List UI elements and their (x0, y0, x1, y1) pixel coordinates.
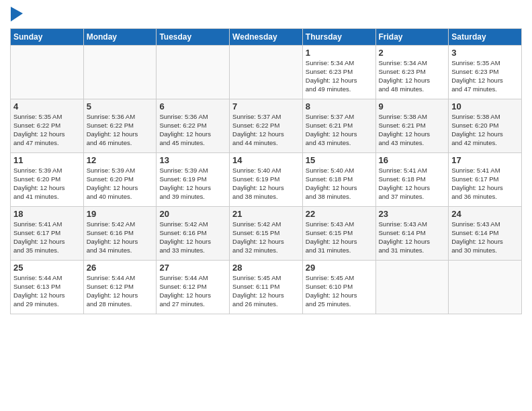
logo-text (10, 7, 23, 24)
calendar-cell: 8Sunrise: 5:37 AM Sunset: 6:21 PM Daylig… (302, 99, 375, 153)
day-number: 19 (87, 209, 154, 219)
day-number: 11 (13, 155, 81, 165)
calendar-cell: 10Sunrise: 5:38 AM Sunset: 6:20 PM Dayli… (449, 99, 522, 153)
day-number: 10 (451, 101, 519, 111)
calendar-cell: 2Sunrise: 5:34 AM Sunset: 6:23 PM Daylig… (375, 46, 449, 99)
calendar-cell: 12Sunrise: 5:39 AM Sunset: 6:20 PM Dayli… (83, 153, 157, 207)
day-info: Sunrise: 5:42 AM Sunset: 6:15 PM Dayligh… (232, 220, 300, 255)
day-info: Sunrise: 5:45 AM Sunset: 6:11 PM Dayligh… (232, 274, 300, 308)
day-info: Sunrise: 5:35 AM Sunset: 6:22 PM Dayligh… (13, 113, 81, 147)
week-row-1: 4Sunrise: 5:35 AM Sunset: 6:22 PM Daylig… (11, 99, 522, 153)
calendar-cell: 20Sunrise: 5:42 AM Sunset: 6:16 PM Dayli… (157, 207, 230, 261)
day-header-thursday: Thursday (302, 29, 375, 46)
day-info: Sunrise: 5:37 AM Sunset: 6:22 PM Dayligh… (232, 113, 300, 147)
calendar-cell: 13Sunrise: 5:39 AM Sunset: 6:19 PM Dayli… (157, 153, 230, 207)
day-info: Sunrise: 5:40 AM Sunset: 6:18 PM Dayligh… (306, 167, 373, 201)
logo-icon (11, 7, 23, 21)
day-info: Sunrise: 5:41 AM Sunset: 6:17 PM Dayligh… (13, 220, 81, 255)
day-info: Sunrise: 5:45 AM Sunset: 6:10 PM Dayligh… (306, 274, 373, 308)
day-number: 26 (87, 263, 154, 273)
calendar-body: 1Sunrise: 5:34 AM Sunset: 6:23 PM Daylig… (11, 46, 522, 314)
week-row-0: 1Sunrise: 5:34 AM Sunset: 6:23 PM Daylig… (11, 46, 522, 99)
day-number: 5 (87, 101, 154, 111)
day-number: 15 (306, 155, 373, 165)
day-info: Sunrise: 5:41 AM Sunset: 6:17 PM Dayligh… (451, 167, 519, 201)
day-number: 6 (159, 101, 226, 111)
week-row-4: 25Sunrise: 5:44 AM Sunset: 6:13 PM Dayli… (11, 261, 522, 314)
day-number: 14 (232, 155, 300, 165)
day-number: 22 (306, 209, 373, 219)
day-info: Sunrise: 5:38 AM Sunset: 6:21 PM Dayligh… (379, 113, 446, 147)
calendar-cell (449, 261, 522, 314)
day-info: Sunrise: 5:34 AM Sunset: 6:23 PM Dayligh… (306, 59, 373, 93)
day-info: Sunrise: 5:44 AM Sunset: 6:13 PM Dayligh… (13, 274, 81, 308)
calendar-cell: 16Sunrise: 5:41 AM Sunset: 6:18 PM Dayli… (375, 153, 449, 207)
day-number: 23 (379, 209, 446, 219)
day-info: Sunrise: 5:36 AM Sunset: 6:22 PM Dayligh… (87, 113, 154, 147)
calendar-cell (11, 46, 84, 99)
calendar-cell: 15Sunrise: 5:40 AM Sunset: 6:18 PM Dayli… (302, 153, 375, 207)
calendar-cell: 9Sunrise: 5:38 AM Sunset: 6:21 PM Daylig… (375, 99, 449, 153)
calendar-cell (375, 261, 449, 314)
day-info: Sunrise: 5:39 AM Sunset: 6:19 PM Dayligh… (159, 167, 226, 201)
calendar-cell: 4Sunrise: 5:35 AM Sunset: 6:22 PM Daylig… (11, 99, 84, 153)
day-number: 9 (379, 101, 446, 111)
day-number: 3 (451, 48, 519, 58)
calendar-cell: 26Sunrise: 5:44 AM Sunset: 6:12 PM Dayli… (83, 261, 157, 314)
calendar-cell: 14Sunrise: 5:40 AM Sunset: 6:19 PM Dayli… (230, 153, 303, 207)
day-info: Sunrise: 5:42 AM Sunset: 6:16 PM Dayligh… (87, 220, 154, 255)
logo (10, 7, 23, 23)
day-number: 20 (159, 209, 226, 219)
calendar-cell: 27Sunrise: 5:44 AM Sunset: 6:12 PM Dayli… (157, 261, 230, 314)
calendar-cell (230, 46, 303, 99)
calendar-table: SundayMondayTuesdayWednesdayThursdayFrid… (10, 28, 522, 314)
day-header-tuesday: Tuesday (157, 29, 230, 46)
day-number: 28 (232, 263, 300, 273)
day-info: Sunrise: 5:42 AM Sunset: 6:16 PM Dayligh… (159, 220, 226, 255)
calendar-cell: 23Sunrise: 5:43 AM Sunset: 6:14 PM Dayli… (375, 207, 449, 261)
day-info: Sunrise: 5:43 AM Sunset: 6:14 PM Dayligh… (451, 220, 519, 255)
calendar-cell: 1Sunrise: 5:34 AM Sunset: 6:23 PM Daylig… (302, 46, 375, 99)
header (10, 7, 522, 23)
day-number: 4 (13, 101, 81, 111)
day-info: Sunrise: 5:38 AM Sunset: 6:20 PM Dayligh… (451, 113, 519, 147)
day-number: 12 (87, 155, 154, 165)
page: SundayMondayTuesdayWednesdayThursdayFrid… (0, 0, 532, 411)
day-header-friday: Friday (375, 29, 449, 46)
day-info: Sunrise: 5:44 AM Sunset: 6:12 PM Dayligh… (159, 274, 226, 308)
day-number: 1 (306, 48, 373, 58)
day-number: 16 (379, 155, 446, 165)
calendar-cell: 19Sunrise: 5:42 AM Sunset: 6:16 PM Dayli… (83, 207, 157, 261)
calendar-cell: 6Sunrise: 5:36 AM Sunset: 6:22 PM Daylig… (157, 99, 230, 153)
day-number: 21 (232, 209, 300, 219)
calendar-cell: 22Sunrise: 5:43 AM Sunset: 6:15 PM Dayli… (302, 207, 375, 261)
day-info: Sunrise: 5:34 AM Sunset: 6:23 PM Dayligh… (379, 59, 446, 93)
calendar-cell (157, 46, 230, 99)
day-info: Sunrise: 5:40 AM Sunset: 6:19 PM Dayligh… (232, 167, 300, 201)
day-number: 18 (13, 209, 81, 219)
day-number: 17 (451, 155, 519, 165)
day-number: 2 (379, 48, 446, 58)
day-header-monday: Monday (83, 29, 157, 46)
day-number: 13 (159, 155, 226, 165)
week-row-3: 18Sunrise: 5:41 AM Sunset: 6:17 PM Dayli… (11, 207, 522, 261)
calendar-cell: 21Sunrise: 5:42 AM Sunset: 6:15 PM Dayli… (230, 207, 303, 261)
day-number: 29 (306, 263, 373, 273)
day-number: 27 (159, 263, 226, 273)
day-number: 7 (232, 101, 300, 111)
day-info: Sunrise: 5:39 AM Sunset: 6:20 PM Dayligh… (13, 167, 81, 201)
calendar-cell: 11Sunrise: 5:39 AM Sunset: 6:20 PM Dayli… (11, 153, 84, 207)
day-header-saturday: Saturday (449, 29, 522, 46)
day-number: 24 (451, 209, 519, 219)
calendar-cell: 25Sunrise: 5:44 AM Sunset: 6:13 PM Dayli… (11, 261, 84, 314)
calendar-cell: 7Sunrise: 5:37 AM Sunset: 6:22 PM Daylig… (230, 99, 303, 153)
day-header-sunday: Sunday (11, 29, 84, 46)
day-info: Sunrise: 5:43 AM Sunset: 6:14 PM Dayligh… (379, 220, 446, 255)
svg-marker-0 (11, 7, 23, 21)
calendar-cell: 17Sunrise: 5:41 AM Sunset: 6:17 PM Dayli… (449, 153, 522, 207)
day-info: Sunrise: 5:39 AM Sunset: 6:20 PM Dayligh… (87, 167, 154, 201)
day-header-wednesday: Wednesday (230, 29, 303, 46)
day-info: Sunrise: 5:41 AM Sunset: 6:18 PM Dayligh… (379, 167, 446, 201)
day-info: Sunrise: 5:35 AM Sunset: 6:23 PM Dayligh… (451, 59, 519, 93)
day-info: Sunrise: 5:43 AM Sunset: 6:15 PM Dayligh… (306, 220, 373, 255)
